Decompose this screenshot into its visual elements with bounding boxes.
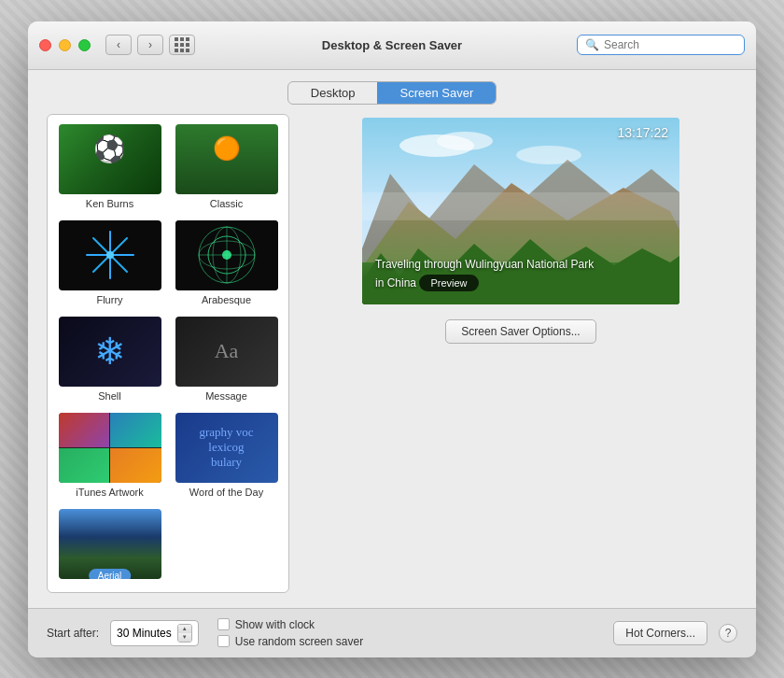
saver-thumb-arabesque bbox=[175, 220, 278, 290]
preview-panel: 13:17:22 Traveling through Wulingyuan Na… bbox=[304, 114, 737, 593]
preview-time: 13:17:22 bbox=[618, 125, 669, 140]
saver-item-itunes-artwork[interactable]: iTunes Artwork bbox=[51, 407, 168, 503]
saver-grid: Ken Burns Classic bbox=[48, 115, 288, 592]
saver-thumb-aerial: Aerial bbox=[59, 509, 161, 579]
stepper-down-button[interactable]: ▼ bbox=[178, 633, 191, 642]
stepper-up-button[interactable]: ▲ bbox=[178, 625, 191, 633]
preview-image: 13:17:22 Traveling through Wulingyuan Na… bbox=[362, 118, 679, 304]
saver-label-itunes-artwork: iTunes Artwork bbox=[76, 487, 143, 498]
message-icon: Aa bbox=[215, 339, 239, 363]
saver-label-ken-burns: Ken Burns bbox=[86, 198, 133, 209]
saver-item-aerial[interactable]: Aerial bbox=[51, 503, 168, 588]
svg-rect-21 bbox=[362, 192, 679, 220]
back-icon: ‹ bbox=[117, 38, 120, 51]
traffic-lights bbox=[39, 39, 91, 51]
grid-icon bbox=[175, 37, 189, 52]
saver-label-arabesque: Arabesque bbox=[202, 294, 251, 305]
show-clock-checkbox-item[interactable]: Show with clock bbox=[217, 618, 363, 631]
saver-thumb-classic bbox=[175, 124, 278, 194]
start-after-label: Start after: bbox=[47, 627, 99, 640]
maximize-button[interactable] bbox=[78, 39, 91, 51]
saver-item-shell[interactable]: ❄ Shell bbox=[51, 311, 168, 407]
main-window: ‹ › Desktop & Screen Saver 🔍 Desktop Scr… bbox=[28, 21, 756, 657]
nav-buttons: ‹ › bbox=[105, 35, 163, 55]
hot-corners-button[interactable]: Hot Corners... bbox=[613, 621, 707, 645]
close-button[interactable] bbox=[39, 39, 51, 51]
word-icon: graphy voclexicogbulary bbox=[195, 421, 257, 473]
itunes-cell-1 bbox=[59, 413, 110, 447]
saver-list: Ken Burns Classic bbox=[47, 114, 289, 593]
aerial-badge: Aerial bbox=[89, 569, 132, 579]
tab-screen-saver[interactable]: Screen Saver bbox=[377, 82, 496, 104]
itunes-cell-4 bbox=[110, 448, 161, 483]
duration-select[interactable]: 30 Minutes ▲ ▼ bbox=[110, 620, 199, 646]
itunes-cell-3 bbox=[59, 448, 110, 483]
help-icon: ? bbox=[725, 627, 732, 640]
random-saver-checkbox[interactable] bbox=[217, 635, 230, 647]
bottom-bar: Start after: 30 Minutes ▲ ▼ Show with cl… bbox=[28, 608, 756, 657]
tab-group: Desktop Screen Saver bbox=[287, 81, 497, 105]
show-clock-checkbox[interactable] bbox=[217, 618, 230, 630]
saver-item-word-of-the-day[interactable]: graphy voclexicogbulary Word of the Day bbox=[168, 407, 285, 503]
flurry-icon bbox=[82, 227, 138, 283]
tabs-container: Desktop Screen Saver bbox=[28, 70, 756, 114]
saver-label-message: Message bbox=[205, 390, 247, 402]
forward-icon: › bbox=[148, 38, 152, 51]
saver-thumb-word-of-the-day: graphy voclexicogbulary bbox=[175, 413, 278, 483]
saver-item-message[interactable]: Aa Message bbox=[168, 311, 285, 407]
itunes-cell-2 bbox=[110, 413, 161, 447]
tab-desktop[interactable]: Desktop bbox=[288, 82, 378, 104]
preview-caption-line2: in China bbox=[375, 276, 416, 290]
search-icon: 🔍 bbox=[585, 38, 599, 51]
grid-view-button[interactable] bbox=[169, 35, 195, 55]
saver-label-word-of-the-day: Word of the Day bbox=[189, 487, 263, 498]
saver-item-flurry[interactable]: Flurry bbox=[51, 215, 168, 311]
saver-thumb-ken-burns bbox=[59, 124, 161, 194]
random-saver-label: Use random screen saver bbox=[235, 635, 363, 648]
preview-button[interactable]: Preview bbox=[419, 275, 478, 291]
saver-thumb-message: Aa bbox=[175, 317, 278, 387]
svg-point-12 bbox=[222, 250, 231, 260]
svg-point-4 bbox=[106, 251, 114, 259]
saver-thumb-shell: ❄ bbox=[59, 317, 161, 387]
duration-value: 30 Minutes bbox=[117, 627, 172, 640]
window-title: Desktop & Screen Saver bbox=[322, 38, 462, 52]
duration-stepper[interactable]: ▲ ▼ bbox=[177, 624, 192, 643]
titlebar: ‹ › Desktop & Screen Saver 🔍 bbox=[28, 21, 756, 70]
svg-point-15 bbox=[437, 132, 493, 150]
saver-label-flurry: Flurry bbox=[96, 294, 122, 305]
checkbox-group: Show with clock Use random screen saver bbox=[217, 618, 363, 648]
random-saver-checkbox-item[interactable]: Use random screen saver bbox=[217, 635, 363, 648]
saver-thumb-itunes-artwork bbox=[59, 413, 161, 483]
search-box[interactable]: 🔍 bbox=[577, 35, 745, 55]
help-button[interactable]: ? bbox=[719, 624, 737, 643]
saver-item-ken-burns[interactable]: Ken Burns bbox=[51, 119, 168, 215]
search-input[interactable] bbox=[604, 38, 736, 51]
saver-label-shell: Shell bbox=[98, 390, 120, 402]
saver-item-arabesque[interactable]: Arabesque bbox=[168, 215, 285, 311]
svg-point-16 bbox=[516, 146, 581, 164]
preview-caption-line1: Traveling through Wulingyuan National Pa… bbox=[375, 258, 594, 271]
forward-button[interactable]: › bbox=[137, 35, 163, 55]
main-content: Ken Burns Classic bbox=[28, 114, 756, 608]
shell-icon: ❄ bbox=[94, 330, 126, 373]
saver-label-classic: Classic bbox=[210, 198, 243, 209]
screen-saver-options-button[interactable]: Screen Saver Options... bbox=[445, 319, 595, 344]
preview-caption: Traveling through Wulingyuan National Pa… bbox=[375, 257, 594, 291]
saver-thumb-flurry bbox=[59, 220, 161, 290]
saver-item-classic[interactable]: Classic bbox=[168, 119, 285, 215]
minimize-button[interactable] bbox=[59, 39, 71, 51]
show-clock-label: Show with clock bbox=[235, 618, 315, 631]
back-button[interactable]: ‹ bbox=[105, 35, 132, 55]
